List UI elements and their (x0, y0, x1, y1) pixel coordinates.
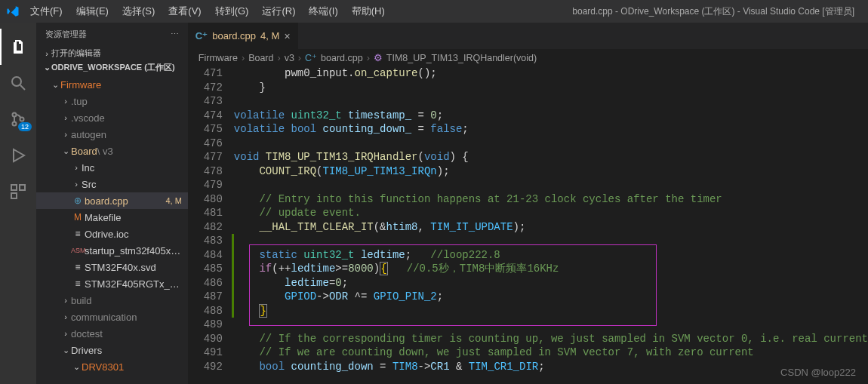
file-icon: ≡ (71, 278, 85, 289)
tree-svd[interactable]: ≡STM32F40x.svd (36, 259, 188, 275)
activity-bar: 12 (0, 23, 36, 384)
menu-help[interactable]: 帮助(H) (346, 2, 391, 21)
menu-run[interactable]: 运行(R) (256, 2, 301, 21)
scm-badge: 12 (18, 122, 32, 131)
titlebar: 文件(F) 编辑(E) 选择(S) 查看(V) 转到(G) 运行(R) 终端(I… (0, 0, 868, 23)
tab-status: 4, M (260, 30, 279, 41)
menu-go[interactable]: 转到(G) (209, 2, 255, 21)
extensions-icon[interactable] (0, 174, 36, 210)
svg-line-1 (20, 85, 25, 90)
menu-edit[interactable]: 编辑(E) (70, 2, 115, 21)
menu-select[interactable]: 选择(S) (116, 2, 161, 21)
svg-rect-7 (20, 185, 25, 190)
tree-board[interactable]: ⌄Board\ v3 (36, 143, 188, 159)
menu-view[interactable]: 查看(V) (162, 2, 207, 21)
tree-drv8301[interactable]: ⌄DRV8301 (36, 358, 188, 375)
tab-bar: C⁺ board.cpp 4, M × (188, 23, 868, 49)
menu-terminal[interactable]: 终端(I) (303, 2, 343, 21)
tree-flashld[interactable]: ≡STM32F405RGTx_FLASH.ld (36, 275, 188, 292)
svg-point-3 (13, 122, 17, 126)
chevron-down-icon: ⌄ (42, 63, 51, 72)
tree-autogen[interactable]: ›autogen (36, 126, 188, 143)
tree-drivers[interactable]: ⌄Drivers (36, 342, 188, 358)
watermark: CSDN @loop222 (780, 367, 856, 378)
svg-rect-8 (11, 193, 17, 198)
explorer-icon[interactable] (0, 29, 36, 65)
scm-icon[interactable]: 12 (0, 101, 36, 137)
debug-icon[interactable] (0, 137, 36, 174)
close-icon[interactable]: × (284, 30, 290, 42)
open-editors-section[interactable]: › 打开的编辑器 (36, 46, 188, 60)
sidebar-title: 资源管理器 (45, 29, 87, 40)
menu-file[interactable]: 文件(F) (24, 2, 69, 21)
tree-tup[interactable]: ›.tup (36, 93, 188, 109)
editor: C⁺ board.cpp 4, M × Firmware› Board› v3›… (188, 23, 868, 384)
svg-point-0 (12, 77, 21, 86)
vscode-icon (6, 5, 20, 18)
chevron-right-icon: › (42, 49, 51, 58)
workspace-section[interactable]: ⌄ ODRIVE_WORKSPACE (工作区) (36, 60, 188, 75)
svg-rect-6 (11, 185, 17, 190)
tree-firmware[interactable]: ⌄Firmware (36, 76, 188, 93)
breadcrumb[interactable]: Firmware› Board› v3› C⁺board.cpp› ⚙TIM8_… (188, 49, 868, 66)
file-icon: ≡ (71, 229, 85, 239)
tree-startup[interactable]: ASMstartup_stm32f405xx.s (36, 242, 188, 259)
line-gutter: 471472473 474475476 477478479 480481482 … (195, 66, 232, 384)
window-title: board.cpp - ODrive_Workspace (工作区) - Vis… (391, 5, 862, 18)
sidebar: 资源管理器 ⋯ › 打开的编辑器 ⌄ ODRIVE_WORKSPACE (工作区… (36, 23, 188, 384)
svg-point-2 (13, 113, 17, 117)
sidebar-header: 资源管理器 ⋯ (36, 23, 188, 46)
file-tree: ⌄Firmware ›.tup ›.vscode ›autogen ⌄Board… (36, 75, 188, 376)
code-area[interactable]: 471472473 474475476 477478479 480481482 … (188, 66, 868, 384)
search-icon[interactable] (0, 65, 36, 101)
menu-bar: 文件(F) 编辑(E) 选择(S) 查看(V) 转到(G) 运行(R) 终端(I… (24, 2, 391, 21)
code-content[interactable]: pwm0_input.on_capture(); } volatile uint… (234, 66, 868, 384)
tree-src[interactable]: ›Src (36, 176, 188, 192)
tree-build[interactable]: ›build (36, 292, 188, 309)
tree-odriveioc[interactable]: ≡Odrive.ioc (36, 226, 188, 242)
tree-makefile[interactable]: MMakefile (36, 209, 188, 226)
tree-boardcpp[interactable]: ⊕board.cpp4, M (36, 192, 188, 209)
cpp-icon: C⁺ (195, 30, 208, 41)
asm-icon: ASM (71, 247, 85, 254)
more-icon[interactable]: ⋯ (171, 29, 179, 39)
tab-boardcpp[interactable]: C⁺ board.cpp 4, M × (188, 23, 299, 49)
tab-filename: board.cpp (212, 30, 256, 41)
tree-communication[interactable]: ›communication (36, 309, 188, 325)
workspace-label: ODRIVE_WORKSPACE (工作区) (51, 62, 175, 73)
cpp-icon: ⊕ (71, 195, 85, 206)
open-editors-label: 打开的编辑器 (51, 48, 101, 59)
svg-marker-5 (14, 149, 24, 161)
tree-vscode[interactable]: ›.vscode (36, 109, 188, 126)
tree-inc[interactable]: ›Inc (36, 159, 188, 176)
file-icon: ≡ (71, 262, 85, 272)
makefile-icon: M (71, 212, 85, 223)
tree-doctest[interactable]: ›doctest (36, 325, 188, 342)
svg-point-4 (20, 118, 24, 121)
